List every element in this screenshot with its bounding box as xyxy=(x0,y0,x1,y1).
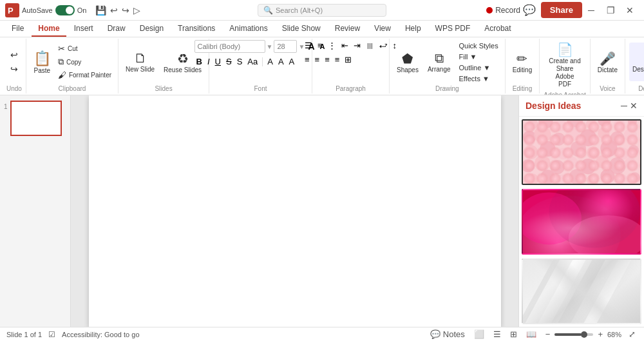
svg-marker-50 xyxy=(556,260,608,323)
zoom-out-button[interactable]: − xyxy=(544,329,553,340)
undo-button[interactable]: ↩ xyxy=(8,48,21,61)
tab-review[interactable]: Review xyxy=(328,21,366,37)
editing-group-label: Editing xyxy=(513,85,533,92)
design-idea-2[interactable] xyxy=(522,189,641,255)
slide-number: 1 xyxy=(4,103,8,110)
arrange-button[interactable]: ⧉ Arrange xyxy=(424,43,454,81)
strikethrough-button[interactable]: S xyxy=(224,56,234,67)
zoom-fill xyxy=(554,333,582,336)
multilist-button[interactable]: ⋮ xyxy=(326,40,338,51)
design-idea-3[interactable] xyxy=(522,258,641,324)
tab-transitions[interactable]: Transitions xyxy=(171,21,222,37)
shape-fill-button[interactable]: Fill ▼ xyxy=(457,52,501,62)
design-ideas-button[interactable]: 💡 Design Ideas xyxy=(629,43,644,81)
highlight-button[interactable]: A xyxy=(276,56,286,67)
quick-access-toolbar: 💾 ↩ ↪ ▷ xyxy=(90,5,140,15)
shapes-button[interactable]: ⬟ Shapes xyxy=(393,43,422,81)
align-left-button[interactable]: ≡ xyxy=(303,54,312,65)
zoom-slider[interactable] xyxy=(554,333,593,336)
tab-design[interactable]: Design xyxy=(133,21,170,37)
editing-icon: ✏ xyxy=(516,51,527,66)
direction-button[interactable]: ⮐ xyxy=(377,40,390,51)
editing-button[interactable]: ✏ Editing xyxy=(509,43,536,81)
decrease-indent-button[interactable]: ⇤ xyxy=(339,40,350,51)
save-icon[interactable]: 💾 xyxy=(95,5,106,15)
comment-button[interactable]: 💬 xyxy=(523,4,536,16)
cut-button[interactable]: ✂ Cut xyxy=(55,43,114,55)
shadow-button[interactable]: S xyxy=(235,56,245,67)
view-outline-button[interactable]: ☰ xyxy=(491,329,503,340)
tab-file[interactable]: File xyxy=(5,21,30,37)
slide-thumbnail[interactable] xyxy=(10,101,62,136)
design-idea-1[interactable] xyxy=(522,119,641,185)
format-painter-button[interactable]: 🖌 Format Painter xyxy=(55,69,114,81)
tab-home[interactable]: Home xyxy=(32,21,66,37)
justify-button[interactable]: ≡ xyxy=(333,54,342,65)
view-normal-button[interactable]: ⬜ xyxy=(472,329,486,340)
tab-acrobat[interactable]: Acrobat xyxy=(478,21,517,37)
design-ideas-list[interactable] xyxy=(519,117,644,327)
search-box[interactable]: 🔍 Search (Alt+Q) xyxy=(258,4,386,17)
shape-outline-button[interactable]: Outline ▼ xyxy=(457,63,501,73)
clear-format-button[interactable]: A xyxy=(287,56,297,67)
copy-button[interactable]: ⧉ Copy xyxy=(55,55,114,68)
fit-slide-button[interactable]: ⤢ xyxy=(627,329,638,340)
increase-indent-button[interactable]: ⇥ xyxy=(352,40,363,51)
fit-icon: ⤢ xyxy=(629,329,636,339)
notes-button[interactable]: 💬 Notes xyxy=(428,329,467,340)
bold-button[interactable]: B xyxy=(194,56,204,67)
undo-icon-title[interactable]: ↩ xyxy=(110,5,118,15)
format-painter-icon: 🖌 xyxy=(58,70,66,80)
cut-icon: ✂ xyxy=(58,44,65,54)
share-button[interactable]: Share xyxy=(541,2,582,18)
bullets-button[interactable]: ☰ xyxy=(303,40,314,51)
dictate-button[interactable]: 🎤 Dictate xyxy=(594,43,621,81)
quick-styles-button[interactable]: Quick Styles xyxy=(457,41,501,51)
view-reading-button[interactable]: 📖 xyxy=(524,329,538,340)
group-editing: ✏ Editing Editing xyxy=(506,39,540,93)
design-panel-collapse-button[interactable]: ─ xyxy=(621,101,627,111)
ribbon: ↩ ↪ Undo 📋 Paste ✂ Cut ⧉ Co xyxy=(0,37,644,95)
change-case-button[interactable]: Aa xyxy=(245,56,260,67)
underline-button[interactable]: U xyxy=(213,56,223,67)
group-undo: ↩ ↪ Undo xyxy=(3,39,26,93)
group-voice: 🎤 Dictate Voice xyxy=(591,39,625,93)
zoom-in-button[interactable]: + xyxy=(596,329,605,340)
font-name-input[interactable] xyxy=(194,40,265,53)
new-slide-button[interactable]: 🗋 New Slide xyxy=(122,43,158,81)
redo-button[interactable]: ↪ xyxy=(8,63,21,75)
present-icon[interactable]: ▷ xyxy=(133,5,140,15)
restore-button[interactable]: ❐ xyxy=(601,3,620,18)
effects-icon: Effects ▼ xyxy=(459,75,489,83)
align-center-button[interactable]: ≡ xyxy=(313,54,322,65)
tab-slideshow[interactable]: Slide Show xyxy=(276,21,327,37)
font-size-input[interactable] xyxy=(274,40,297,53)
smart-art-button[interactable]: ⊞ xyxy=(343,54,354,65)
voice-group-label: Voice xyxy=(600,85,615,92)
numbering-button[interactable]: ≡ xyxy=(316,40,325,51)
minimize-button[interactable]: ─ xyxy=(582,3,600,18)
accessibility-label: Accessibility: Good to go xyxy=(62,331,139,338)
tab-help[interactable]: Help xyxy=(399,21,428,37)
tab-animations[interactable]: Animations xyxy=(223,21,274,37)
view-slide-sorter-button[interactable]: ⊞ xyxy=(508,329,519,340)
columns-button[interactable]: ⫼ xyxy=(364,40,376,51)
paste-button[interactable]: 📋 Paste xyxy=(30,43,54,81)
tab-draw[interactable]: Draw xyxy=(101,21,132,37)
italic-button[interactable]: I xyxy=(205,56,212,67)
design-panel-close-button[interactable]: ✕ xyxy=(630,101,638,111)
slide-canvas[interactable] xyxy=(89,95,501,327)
close-button[interactable]: ✕ xyxy=(621,3,639,18)
tab-wpspdf[interactable]: WPS PDF xyxy=(429,21,477,37)
autosave-toggle[interactable] xyxy=(55,5,75,15)
adobe-pdf-button[interactable]: 📄 Create and Share Adobe PDF xyxy=(545,40,584,90)
record-button[interactable]: Record xyxy=(486,6,520,15)
tab-insert[interactable]: Insert xyxy=(68,21,100,37)
shape-effects-button[interactable]: Effects ▼ xyxy=(457,73,501,84)
redo-icon-title[interactable]: ↪ xyxy=(122,5,129,15)
powerpoint-logo: P xyxy=(5,3,19,17)
undo-group-label: Undo xyxy=(6,85,22,92)
font-color-button[interactable]: A xyxy=(265,56,275,67)
tab-view[interactable]: View xyxy=(368,21,397,37)
align-right-button[interactable]: ≡ xyxy=(323,54,332,65)
